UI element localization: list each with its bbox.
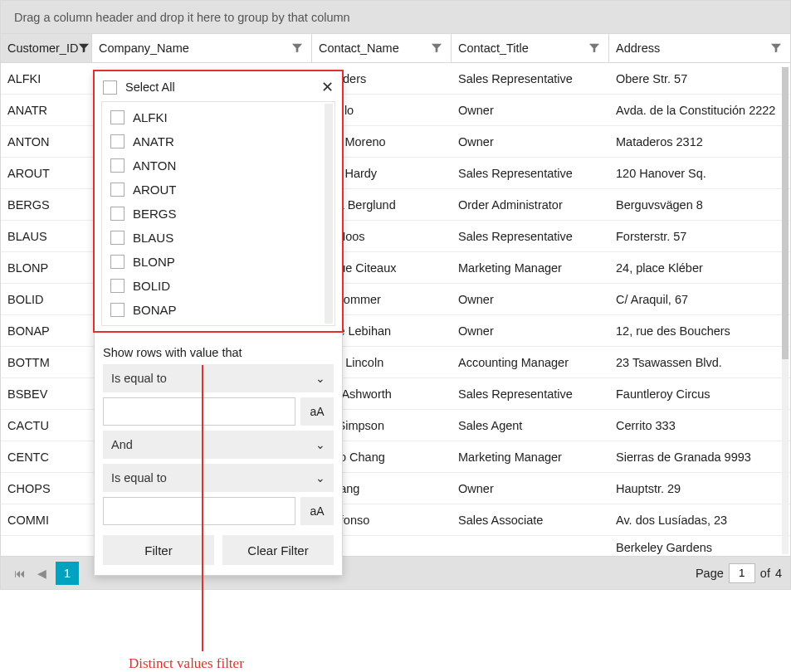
cell-contact-title: Sales Agent <box>452 412 609 439</box>
condition-label: Show rows with value that <box>103 343 334 364</box>
cell-address: Hauptstr. 29 <box>609 475 790 502</box>
cell-customer-id: BLONP <box>1 255 92 281</box>
value-label: BLONP <box>133 255 175 269</box>
distinct-value-item[interactable]: AROUT <box>110 178 331 202</box>
cell-address: Av. dos Lusíadas, 23 <box>609 507 790 533</box>
value-checkbox[interactable] <box>110 255 125 269</box>
value-label: BOLID <box>133 279 170 293</box>
filter-button[interactable]: Filter <box>103 535 214 565</box>
distinct-value-item[interactable]: BERGS <box>110 202 331 226</box>
value-checkbox[interactable] <box>110 183 125 197</box>
cell-contact-title: Sales Representative <box>452 223 609 250</box>
value-checkbox[interactable] <box>110 279 125 293</box>
cell-contact-title: Owner <box>452 475 609 502</box>
value-checkbox[interactable] <box>110 158 125 173</box>
column-header-address[interactable]: Address <box>609 34 790 62</box>
column-header-contact-name[interactable]: Contact_Name <box>312 34 452 62</box>
cell-customer-id: CACTU <box>1 412 92 439</box>
cell-customer-id: AROUT <box>1 160 92 187</box>
cell-address: 12, rue des Bouchers <box>609 318 790 344</box>
pager-page-input[interactable] <box>729 563 755 583</box>
column-header-row: Customer_ID Company_Name Contact_Name Co… <box>1 34 790 63</box>
cell-customer-id: BOLID <box>1 286 92 313</box>
column-header-contact-title[interactable]: Contact_Title <box>452 34 609 62</box>
cell-address: 23 Tsawassen Blvd. <box>609 349 790 376</box>
cell-contact-title: Sales Associate <box>452 507 609 533</box>
match-case-button[interactable]: aA <box>300 397 334 426</box>
column-header-customer-id[interactable]: Customer_ID <box>1 34 92 62</box>
value-label: AROUT <box>133 183 177 197</box>
cell-contact-title: Owner <box>452 318 609 344</box>
value-checkbox[interactable] <box>110 207 125 221</box>
pager-total-pages: 4 <box>775 567 782 580</box>
match-case-button[interactable]: aA <box>300 497 334 525</box>
distinct-values-section: Select All ✕ ALFKIANATRANTONAROUTBERGSBL… <box>93 70 344 333</box>
value-checkbox[interactable] <box>110 231 125 245</box>
value-checkbox[interactable] <box>110 303 125 317</box>
annotation-line <box>202 365 203 590</box>
logic-combo[interactable]: And ⌄ <box>103 431 334 459</box>
select-all-checkbox[interactable] <box>103 80 117 95</box>
value-label: BERGS <box>133 207 177 221</box>
cell-contact-title: Sales Representative <box>452 160 609 187</box>
cell-contact-title: Owner <box>452 97 609 124</box>
select-all-label: Select All <box>125 80 175 94</box>
cell-customer-id: BOTTM <box>1 349 92 376</box>
distinct-values-list[interactable]: ALFKIANATRANTONAROUTBERGSBLAUSBLONPBOLID… <box>101 101 335 326</box>
value-checkbox[interactable] <box>110 110 125 124</box>
value-label: ANTON <box>133 158 176 173</box>
pager-current-page[interactable]: 1 <box>56 562 79 585</box>
close-icon[interactable]: ✕ <box>321 80 334 95</box>
cell-customer-id: BSBEV <box>1 381 92 407</box>
cell-customer-id: CHOPS <box>1 475 92 502</box>
pager-first-icon[interactable]: ⏮ <box>9 562 31 584</box>
cell-customer-id: ANTON <box>1 129 92 155</box>
filter-icon[interactable] <box>78 42 90 54</box>
group-panel[interactable]: Drag a column header and drop it here to… <box>1 1 790 34</box>
distinct-value-item[interactable]: ANTON <box>110 153 331 178</box>
value-label: ANATR <box>133 134 174 149</box>
filter-value-2-input[interactable] <box>103 497 295 525</box>
group-panel-text: Drag a column header and drop it here to… <box>14 11 350 24</box>
condition-filter-section: Show rows with value that Is equal to ⌄ … <box>95 339 342 525</box>
cell-address: 24, place Kléber <box>609 255 790 281</box>
pager-of-label: of <box>760 567 770 580</box>
filter-icon[interactable] <box>770 42 782 54</box>
filter-popup: Select All ✕ ALFKIANATRANTONAROUTBERGSBL… <box>94 71 343 576</box>
chevron-down-icon: ⌄ <box>315 438 325 451</box>
cell-contact-title: Marketing Manager <box>452 444 609 470</box>
filter-icon[interactable] <box>431 42 442 54</box>
distinct-value-item[interactable]: ALFKI <box>110 105 331 129</box>
column-header-company-name[interactable]: Company_Name <box>92 34 312 62</box>
distinct-value-item[interactable]: ANATR <box>110 129 331 153</box>
cell-contact-title: Sales Representative <box>452 381 609 407</box>
data-grid: Drag a column header and drop it here to… <box>0 0 791 590</box>
clear-filter-button[interactable]: Clear Filter <box>222 535 334 565</box>
pager-page-label: Page <box>696 567 724 580</box>
vertical-scrollbar[interactable] <box>782 67 789 554</box>
chevron-down-icon: ⌄ <box>315 471 325 485</box>
distinct-value-item[interactable]: BONAP <box>110 298 331 322</box>
distinct-value-item[interactable]: BLONP <box>110 250 331 274</box>
operator-2-combo[interactable]: Is equal to ⌄ <box>103 464 334 492</box>
cell-customer-id: ANATR <box>1 97 92 124</box>
cell-address: C/ Araquil, 67 <box>609 286 790 313</box>
filter-icon[interactable] <box>588 42 600 54</box>
cell-address: Berkeley Gardens <box>609 538 790 554</box>
cell-customer-id: CENTC <box>1 444 92 470</box>
cell-contact-title: Accounting Manager <box>452 349 609 376</box>
filter-icon[interactable] <box>291 42 303 54</box>
cell-customer-id: BERGS <box>1 192 92 218</box>
distinct-value-item[interactable]: BLAUS <box>110 226 331 250</box>
value-label: BONAP <box>133 303 177 317</box>
cell-address: Obere Str. 57 <box>609 66 790 92</box>
filter-value-1-input[interactable] <box>103 397 295 426</box>
pager-prev-icon[interactable]: ◀ <box>31 562 52 584</box>
operator-1-combo[interactable]: Is equal to ⌄ <box>103 364 334 392</box>
value-checkbox[interactable] <box>110 134 125 149</box>
distinct-value-item[interactable]: BOLID <box>110 274 331 298</box>
cell-customer-id: BLAUS <box>1 223 92 250</box>
chevron-down-icon: ⌄ <box>315 372 325 385</box>
cell-address: Avda. de la Constitución 2222 <box>609 97 790 124</box>
cell-contact-title: Owner <box>452 286 609 313</box>
